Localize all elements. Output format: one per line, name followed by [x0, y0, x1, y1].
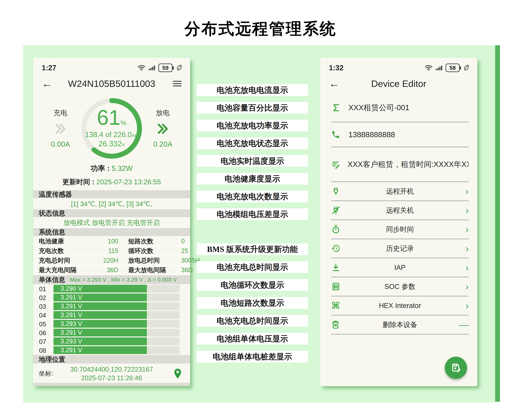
sys-row: 充电次数115 循环次数25 [33, 246, 190, 256]
cells-stats: Max = 3.293 V , Min = 3.29 V , Δ = 0.003… [70, 277, 177, 283]
card-bottom-strip [33, 383, 190, 386]
feature-label: 电池组单体电压显示 [197, 333, 308, 345]
discharge-current: 0.20A [153, 140, 172, 148]
company-field[interactable]: XXX租赁公司-001 [331, 93, 469, 122]
device-detail-screen: 1:27 59 ← W24N105B50111003 [33, 58, 190, 386]
geo-values: 30.70424400,120.72223167 2025-07-23 11:2… [58, 365, 165, 382]
cell-bar-fill: 3.291 V [53, 293, 147, 301]
feature-label: 电池容量百分比显示 [197, 102, 308, 114]
discharge-column: 放电 0.20A [147, 108, 178, 148]
back-icon[interactable]: ← [329, 78, 339, 89]
leaf-icon [463, 64, 469, 71]
right-status-bar: 1:32 58 [320, 58, 477, 74]
location-pin-icon[interactable] [173, 368, 182, 379]
status-icons: 58 [425, 63, 469, 72]
charge-label: 充电 [53, 108, 67, 118]
menu-item-delete-device[interactable]: 删除本设备 — [331, 315, 469, 334]
cell-bar-fill: 3.291 V [53, 346, 147, 354]
cell-row: 01 3.290 V [33, 285, 190, 293]
cell-row: 06 3.291 V [33, 329, 190, 338]
cell-row: 08 3.291 V [33, 346, 190, 355]
discharge-chevrons-icon [156, 122, 169, 135]
sys-row: 最大充电间隔36D 最大放电间隔36D [33, 266, 190, 275]
geo-row: 坐标: 30.70424400,120.72223167 2025-07-23 … [33, 364, 190, 383]
sys-row: 充电总时间220H 放电总时间3005H [33, 256, 190, 266]
remove-icon: — [455, 320, 469, 330]
soc-ring-text: 61 % 138.4 of 226.0AH 26.332V [79, 96, 144, 161]
power-line: 功率 : 5.32W [33, 163, 190, 174]
menu-item-power-off[interactable]: 远程关机 › [331, 201, 469, 220]
feature-label: 电池模组电压差显示 [197, 208, 308, 220]
chevron-right-icon: › [455, 301, 469, 310]
delete-icon [331, 320, 340, 329]
feature-label: 电池实时温度显示 [197, 155, 308, 167]
signal-icon [148, 64, 156, 71]
cell-bar-fill: 3.290 V [53, 285, 147, 292]
right-app-bar: ← Device Editor [320, 74, 477, 93]
cell-row: 04 3.291 V [33, 311, 190, 320]
menu-item-hex-interator[interactable]: ⌘ HEX Interator › [331, 296, 469, 315]
geo-coordinates: 30.70424400,120.72223167 [58, 365, 165, 374]
charge-column: 充电 0.00A [45, 108, 76, 148]
charge-chevrons-icon [54, 122, 67, 135]
status-icons: 59 [138, 63, 182, 72]
soc-percent-unit: % [120, 120, 126, 126]
editor-title: Device Editor [345, 78, 453, 89]
section-temperature: 温度传感器 [33, 190, 190, 199]
page-title: 分布式远程管理系统 [0, 18, 521, 40]
back-icon[interactable]: ← [42, 78, 52, 89]
cell-bar-fill: 3.291 V [53, 329, 147, 337]
device-id-title: W24N105B50111003 [58, 78, 166, 89]
feature-label: 电池充放电电流显示 [197, 84, 308, 96]
note-edit-icon [331, 160, 340, 169]
feature-labels-group1: 电池充放电电流显示 电池容量百分比显示 电池充放电功率显示 电池充放电状态显示 … [197, 84, 308, 220]
menu-item-iap[interactable]: IAP › [331, 258, 469, 277]
menu-item-soc-params[interactable]: SOC 参数 › [331, 277, 469, 296]
soc-params-icon [331, 282, 340, 291]
chevron-right-icon: › [455, 282, 469, 291]
leaf-icon [176, 64, 182, 71]
page: 分布式远程管理系统 1:27 59 ← W24N105B50111003 [0, 0, 521, 420]
soc-ring: 61 % 138.4 of 226.0AH 26.332V [79, 96, 144, 161]
clock: 1:27 [42, 64, 56, 72]
feature-label: 电池充放电状态显示 [197, 137, 308, 149]
chevron-right-icon: › [455, 206, 469, 215]
command-icon: ⌘ [331, 301, 340, 310]
download-icon [331, 263, 340, 272]
wifi-icon [138, 64, 145, 71]
save-fab-button[interactable] [445, 357, 467, 379]
battery-icon: 58 [446, 63, 460, 72]
menu-item-history[interactable]: 历史记录 › [331, 239, 469, 258]
feature-label: 电池组单体电桩差显示 [197, 351, 308, 362]
note-field[interactable]: XXX客户租赁，租赁时间:XXXX年XX... [331, 147, 469, 182]
phone-number: 13888888888 [348, 130, 395, 139]
phone-field[interactable]: 13888888888 [331, 122, 469, 147]
feature-label: 电池充放电次数显示 [197, 191, 308, 202]
phone-icon [331, 130, 340, 139]
feature-label: 电池充电总时间显示 [197, 261, 308, 273]
left-status-bar: 1:27 59 [33, 58, 190, 74]
charge-current: 0.00A [51, 140, 70, 148]
feature-label: 电池充电总时间显示 [197, 315, 308, 327]
chevron-right-icon: › [455, 225, 469, 234]
battery-icon: 59 [158, 63, 173, 72]
update-time-line: 更新时间 : 2025-07-23 13:26:55 [33, 174, 190, 190]
background-panel-edge [495, 45, 500, 402]
menu-item-sync-time[interactable]: 同步时间 › [331, 220, 469, 239]
cell-row: 05 3.293 V [33, 320, 190, 329]
section-geo: 地理位置 [33, 355, 190, 364]
device-editor-screen: 1:32 58 ← Device Editor [320, 58, 477, 386]
feature-label: BMS 版系统升级更新功能 [197, 243, 308, 255]
sys-row: 电池健康100 短路次数0 [33, 237, 190, 246]
menu-icon[interactable] [173, 81, 182, 86]
capacity-text: 138.4 of 226.0AH [85, 130, 138, 139]
tag-icon [331, 103, 341, 112]
left-app-bar: ← W24N105B50111003 [33, 74, 190, 93]
menu-item-power-on[interactable]: 远程开机 › [331, 182, 469, 201]
voltage-text: 26.332V [98, 139, 125, 149]
wifi-icon [425, 64, 433, 71]
temperature-values: [1] 34℃, [2] 34℃, [3] 34℃, [33, 199, 190, 209]
chevron-right-icon: › [455, 187, 469, 196]
feature-label: 电池健康度显示 [197, 173, 308, 185]
company-name: XXX租赁公司-001 [348, 103, 409, 113]
